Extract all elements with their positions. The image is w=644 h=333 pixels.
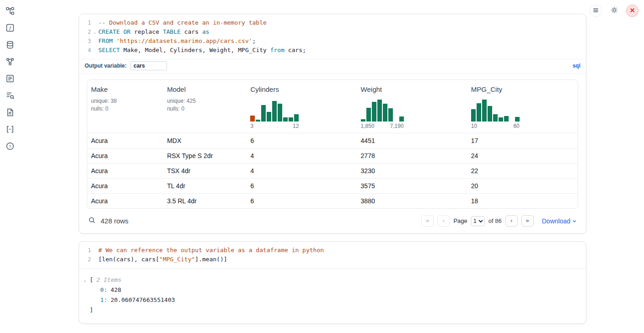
fold-spacer bbox=[91, 246, 98, 255]
sidebar-button-documentation[interactable] bbox=[5, 108, 15, 118]
output-variable-row: Output variable: sql bbox=[79, 59, 586, 73]
sql-output-area: Makeunique: 38nulls: 0Modelunique: 425nu… bbox=[79, 73, 586, 233]
file-explorer-icon bbox=[5, 6, 15, 17]
table-cell: 24 bbox=[467, 148, 578, 164]
first-page-button[interactable]: « bbox=[421, 215, 434, 227]
line-number: 1 bbox=[79, 18, 91, 27]
histogram-range-label: 1,850 bbox=[361, 123, 375, 129]
table-row[interactable]: AcuraMDX6445117 bbox=[87, 133, 578, 148]
histogram-range-label: 12 bbox=[293, 123, 299, 129]
menu-button[interactable] bbox=[590, 5, 602, 17]
column-header-make[interactable]: Makeunique: 38nulls: 0 bbox=[87, 80, 163, 133]
column-title: Model bbox=[167, 85, 243, 93]
table-cell: 17 bbox=[467, 133, 578, 148]
code-line[interactable]: 1# We can reference the output variable … bbox=[79, 246, 586, 255]
column-stat: unique: 38 bbox=[91, 97, 160, 105]
sidebar-button-file-explorer[interactable] bbox=[5, 6, 15, 16]
prev-page-icon: ‹ bbox=[443, 217, 445, 224]
sidebar-button-datasources[interactable] bbox=[5, 40, 15, 50]
language-badge[interactable]: sql bbox=[573, 63, 580, 69]
table-cell: TL 4dr bbox=[163, 179, 247, 194]
python-code-editor[interactable]: 1# We can reference the output variable … bbox=[79, 242, 586, 268]
histogram-bar bbox=[493, 114, 498, 122]
tree-key: 1: bbox=[100, 296, 107, 303]
table-cell: 3880 bbox=[357, 194, 467, 209]
next-page-button[interactable]: › bbox=[505, 215, 518, 227]
left-sidebar: f? bbox=[0, 0, 20, 158]
notebook-area: 1-- Download a CSV and create an in-memo… bbox=[79, 14, 586, 324]
sidebar-button-outline[interactable] bbox=[5, 91, 15, 101]
table-cell: 4451 bbox=[357, 133, 467, 148]
table-cell: 4 bbox=[247, 148, 357, 164]
row-count: 428 rows bbox=[101, 217, 129, 225]
settings-button[interactable] bbox=[608, 5, 620, 17]
output-variable-input[interactable] bbox=[130, 61, 167, 70]
tree-collapse-icon[interactable]: ⌄ bbox=[84, 275, 90, 285]
column-header-weight[interactable]: Weight1,8507,190 bbox=[357, 80, 467, 133]
table-row[interactable]: AcuraTSX 4dr4323022 bbox=[87, 164, 578, 179]
table-cell: Acura bbox=[87, 148, 163, 164]
histogram-bar bbox=[361, 119, 365, 122]
column-header-cylinders[interactable]: Cylinders312 bbox=[247, 80, 357, 133]
python-output: ⌄ [ 2 Items 0:4281:20.060747663551403 ] bbox=[79, 268, 586, 323]
page-of-label: of 86 bbox=[488, 217, 502, 224]
table-cell: 4 bbox=[247, 164, 357, 179]
table-cell: 2778 bbox=[357, 148, 467, 164]
table-cell: TSX 4dr bbox=[163, 164, 247, 179]
fold-spacer bbox=[91, 18, 98, 27]
histogram-range-label: 60 bbox=[513, 123, 519, 129]
fold-chevron-icon[interactable]: ⌄ bbox=[91, 27, 98, 37]
code-line[interactable]: 2[len(cars), cars["MPG_City"].mean()] bbox=[79, 255, 586, 264]
column-title: Make bbox=[91, 85, 160, 93]
prev-page-button[interactable]: ‹ bbox=[437, 215, 450, 227]
table-cell: 3230 bbox=[357, 164, 467, 179]
next-page-icon: › bbox=[510, 217, 512, 224]
tree-entry: 1:20.060747663551403 bbox=[84, 295, 579, 305]
sidebar-button-snippets[interactable] bbox=[5, 74, 15, 84]
table-cell: 6 bbox=[247, 194, 357, 209]
column-header-model[interactable]: Modelunique: 425nulls: 0 bbox=[163, 80, 247, 133]
histogram-bar bbox=[372, 102, 376, 122]
line-number: 4 bbox=[79, 46, 91, 55]
chevron-down-icon bbox=[572, 217, 577, 225]
topbar-controls bbox=[590, 5, 639, 17]
column-header-mpg_city[interactable]: MPG_City1060 bbox=[467, 80, 578, 133]
shutdown-button[interactable] bbox=[626, 5, 639, 17]
table-row[interactable]: Acura3.5 RL 4dr6388018 bbox=[87, 194, 578, 209]
table-row[interactable]: AcuraRSX Type S 2dr4277824 bbox=[87, 148, 578, 164]
tree-root: ⌄ [ 2 Items bbox=[84, 275, 579, 285]
python-cell: 1# We can reference the output variable … bbox=[79, 241, 586, 324]
histogram-bar bbox=[283, 117, 288, 122]
code-text: SELECT Make, Model, Cylinders, Weight, M… bbox=[98, 46, 306, 55]
fold-spacer bbox=[91, 37, 98, 46]
outline-icon bbox=[5, 91, 15, 101]
pagination: « ‹ Page 1 of 86 › » Download bbox=[421, 215, 577, 227]
download-button[interactable]: Download bbox=[542, 217, 577, 225]
table-footer-left: 428 rows bbox=[88, 217, 129, 225]
sidebar-button-help[interactable]: ? bbox=[5, 142, 15, 152]
table-row[interactable]: AcuraTL 4dr6357520 bbox=[87, 179, 578, 194]
first-page-icon: « bbox=[426, 217, 429, 224]
documentation-icon bbox=[5, 108, 15, 118]
code-line[interactable]: 3FROM 'https://datasets.marimo.app/cars.… bbox=[79, 37, 586, 46]
code-line[interactable]: 2⌄CREATE OR replace TABLE cars as bbox=[79, 27, 586, 37]
sidebar-button-scratchpad[interactable]: f bbox=[5, 23, 15, 33]
column-title: Cylinders bbox=[250, 85, 353, 93]
sql-cell: 1-- Download a CSV and create an in-memo… bbox=[79, 14, 586, 234]
tree-close-bracket: ] bbox=[84, 305, 579, 315]
histogram-range-label: 10 bbox=[471, 123, 477, 129]
last-page-button[interactable]: » bbox=[521, 215, 534, 227]
search-icon[interactable] bbox=[88, 217, 96, 225]
table-cell: RSX Type S 2dr bbox=[163, 148, 247, 164]
column-stat: nulls: 0 bbox=[91, 105, 160, 113]
table-cell: Acura bbox=[87, 164, 163, 179]
snippets-icon bbox=[5, 74, 15, 85]
sql-code-editor[interactable]: 1-- Download a CSV and create an in-memo… bbox=[79, 14, 586, 59]
sidebar-button-dependency-graph[interactable] bbox=[5, 57, 15, 67]
page-select[interactable]: 1 bbox=[471, 216, 485, 226]
code-line[interactable]: 4SELECT Make, Model, Cylinders, Weight, … bbox=[79, 46, 586, 55]
tree-value: 20.060747663551403 bbox=[111, 296, 175, 303]
sidebar-button-chat[interactable] bbox=[5, 125, 15, 135]
code-text: # We can reference the output variable a… bbox=[98, 246, 324, 255]
code-line[interactable]: 1-- Download a CSV and create an in-memo… bbox=[79, 18, 586, 27]
